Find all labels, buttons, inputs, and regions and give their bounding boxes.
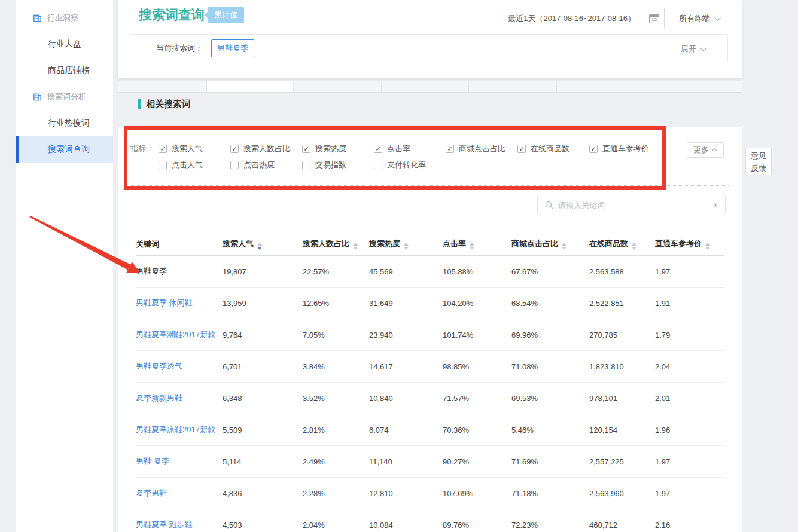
column-label: 商城点击占比: [511, 239, 558, 248]
sidebar-item-行业大盘[interactable]: 行业大盘: [16, 31, 113, 57]
keyword-link[interactable]: 男鞋夏季潮鞋2017新款: [136, 330, 215, 339]
checkbox-checked-icon[interactable]: ✓: [230, 145, 239, 153]
checkbox-unchecked-icon[interactable]: [159, 161, 167, 169]
checkbox-unchecked-icon[interactable]: [302, 161, 310, 169]
tab-segment[interactable]: [293, 81, 381, 92]
tab-segment[interactable]: [556, 81, 742, 92]
sort-icon[interactable]: [705, 243, 710, 250]
cell-value: 10,840: [369, 383, 443, 414]
checkbox-checked-icon[interactable]: ✓: [517, 145, 526, 153]
metric-option-搜索热度[interactable]: ✓搜索热度: [302, 143, 374, 154]
metric-option-搜索人数占比[interactable]: ✓搜索人数占比: [230, 143, 302, 154]
feedback-line2: 反馈: [746, 162, 771, 175]
cell-value: 70.36%: [443, 414, 511, 446]
column-header-点击率[interactable]: 点击率: [443, 233, 511, 256]
date-range-button[interactable]: 最近1天（2017-08-16~2017-08-16）: [499, 8, 644, 29]
table-row: 夏季男鞋4,8362.28%12,810107.69%71.18%2,563,9…: [136, 478, 724, 509]
metric-option-交易指数[interactable]: 交易指数: [302, 160, 374, 170]
cell-value: 71.69%: [511, 446, 589, 478]
metric-option-商城点击占比[interactable]: ✓商城点击占比: [446, 143, 517, 154]
column-header-直通车参考价[interactable]: 直通车参考价: [655, 233, 724, 256]
sort-icon[interactable]: [632, 243, 636, 250]
clear-search-icon[interactable]: ×: [713, 200, 718, 210]
metric-option-搜索人气[interactable]: ✓搜索人气: [159, 143, 230, 154]
checkbox-checked-icon[interactable]: ✓: [374, 145, 382, 153]
sort-icon[interactable]: [257, 243, 262, 250]
cell-value: 105.88%: [443, 256, 511, 288]
current-search-term-tag[interactable]: 男鞋夏季: [211, 39, 254, 57]
checkbox-checked-icon[interactable]: ✓: [159, 145, 167, 153]
cell-value: 69.53%: [511, 383, 589, 414]
chevron-up-icon: [711, 148, 717, 154]
cell-value: 11,140: [369, 446, 443, 478]
cell-value: 72.23%: [511, 509, 589, 532]
tab-segment[interactable]: [468, 81, 556, 92]
column-header-搜索人气[interactable]: 搜索人气: [223, 233, 303, 256]
checkbox-checked-icon[interactable]: ✓: [302, 145, 310, 153]
metric-option-直通车参考价[interactable]: ✓直通车参考价: [589, 143, 661, 154]
checkbox-checked-icon[interactable]: ✓: [589, 145, 598, 153]
keyword-link[interactable]: 夏季男鞋: [136, 488, 167, 497]
ledger-icon: [33, 14, 42, 23]
keyword-link[interactable]: 男鞋夏季 跑步鞋: [136, 520, 193, 529]
column-header-搜索热度[interactable]: 搜索热度: [369, 233, 443, 256]
cell-value: 69.96%: [511, 319, 589, 351]
column-header-商城点击占比[interactable]: 商城点击占比: [511, 233, 589, 256]
search-icon: [545, 201, 553, 209]
metrics-row-2: 点击人气点击热度交易指数支付转化率: [130, 157, 661, 173]
table-row: 男鞋 夏季5,1142.49%11,14090.27%71.69%2,557,2…: [136, 446, 724, 478]
keyword-link[interactable]: 夏季新款男鞋: [136, 393, 182, 402]
metric-label: 直通车参考价: [602, 143, 649, 154]
cell-value: 2.16: [655, 509, 724, 532]
keyword-link[interactable]: 男鞋夏季 休闲鞋: [136, 298, 193, 307]
keyword-link[interactable]: 男鞋夏季透气: [136, 362, 182, 371]
keyword-link[interactable]: 男鞋 夏季: [136, 457, 169, 466]
sidebar-item-商品店铺榜[interactable]: 商品店铺榜: [16, 57, 113, 84]
metric-option-在线商品数[interactable]: ✓在线商品数: [517, 143, 589, 154]
column-header-关键词: 关键词: [136, 233, 223, 256]
metric-option-点击热度[interactable]: 点击热度: [230, 160, 302, 170]
column-header-搜索人数占比[interactable]: 搜索人数占比: [303, 233, 369, 256]
cell-value: 4,836: [223, 478, 303, 509]
sidebar-item-行业热搜词[interactable]: 行业热搜词: [16, 110, 113, 136]
sort-icon[interactable]: [470, 243, 474, 250]
keyword-search-input[interactable]: [558, 201, 708, 210]
sort-icon[interactable]: [562, 243, 566, 250]
tab-segment[interactable]: [118, 81, 206, 92]
metric-option-点击人气[interactable]: 点击人气: [159, 160, 230, 170]
sidebar-group-1[interactable]: 搜索词分析: [16, 84, 113, 110]
sort-icon[interactable]: [353, 243, 358, 250]
column-label: 搜索热度: [369, 239, 400, 248]
section-title-wrap: 相关搜索词: [138, 99, 191, 110]
feedback-button[interactable]: 意见 反馈: [745, 148, 772, 175]
cell-value: 5,509: [223, 414, 303, 446]
terminal-select[interactable]: 所有终端: [671, 8, 727, 29]
sidebar-item-搜索词查询[interactable]: 搜索词查询: [16, 136, 113, 163]
cell-value: 9,764: [223, 319, 303, 351]
cell-value: 10,084: [369, 509, 443, 532]
checkbox-checked-icon[interactable]: ✓: [446, 145, 454, 153]
cell-value: 6,701: [223, 351, 303, 383]
metric-label: 搜索热度: [315, 143, 346, 154]
keyword-link[interactable]: 男鞋夏季凉鞋2017新款: [136, 425, 215, 434]
metric-label: 点击人气: [172, 160, 203, 170]
column-header-在线商品数[interactable]: 在线商品数: [589, 233, 655, 256]
expand-button[interactable]: 展开: [681, 44, 705, 54]
calendar-button[interactable]: 15: [644, 8, 665, 29]
checkbox-unchecked-icon[interactable]: [230, 161, 239, 169]
cell-value: 71.18%: [511, 478, 589, 509]
cell-value: 3.84%: [303, 351, 369, 383]
sidebar-group-0[interactable]: 行业洞察: [16, 5, 113, 31]
metric-option-点击率[interactable]: ✓点击率: [374, 143, 446, 154]
tab-segment-active[interactable]: [206, 81, 293, 92]
tab-segment[interactable]: [381, 81, 468, 92]
metric-option-支付转化率[interactable]: 支付转化率: [374, 160, 446, 170]
cell-value: 19,807: [223, 256, 303, 288]
checkbox-unchecked-icon[interactable]: [374, 161, 382, 169]
cell-value: 6,348: [223, 383, 303, 414]
cell-value: 2.81%: [303, 414, 369, 446]
more-button[interactable]: 更多: [687, 142, 724, 158]
current-search-box: 当前搜索词： 男鞋夏季 展开: [130, 34, 728, 62]
sidebar-group-label: 行业洞察: [47, 13, 78, 23]
sort-icon[interactable]: [404, 243, 409, 250]
